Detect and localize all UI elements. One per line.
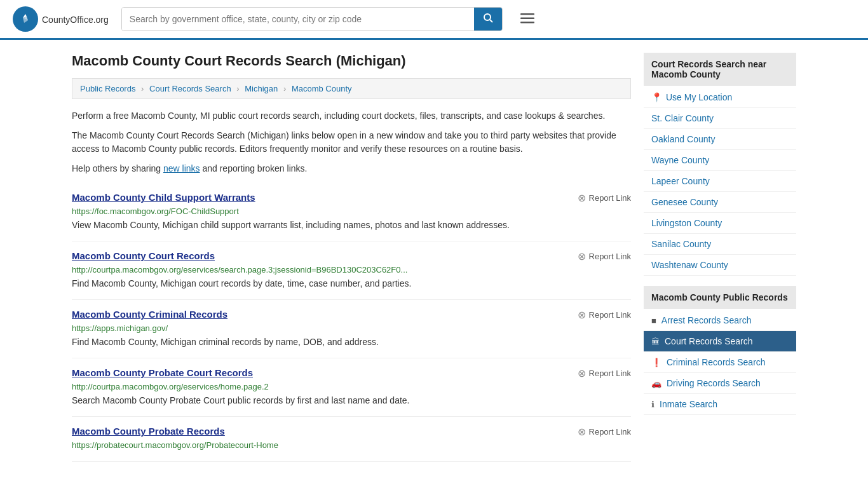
report-link[interactable]: ⊗ Report Link [578, 426, 631, 438]
sidebar: Court Records Search near Macomb County … [644, 53, 796, 462]
report-link[interactable]: ⊗ Report Link [578, 367, 631, 379]
location-icon: 📍 [651, 92, 662, 102]
report-link[interactable]: ⊗ Report Link [578, 309, 631, 321]
sidebar-county-oakland[interactable]: Oakland County [644, 129, 796, 150]
sidebar-county-lapeer[interactable]: Lapeer County [644, 171, 796, 192]
report-icon: ⊗ [578, 192, 586, 204]
page-title: Macomb County Court Records Search (Mich… [72, 53, 631, 69]
sidebar-county-wayne[interactable]: Wayne County [644, 150, 796, 171]
nearby-section: Court Records Search near Macomb County … [644, 53, 796, 276]
sidebar-driving-records[interactable]: 🚗 Driving Records Search [644, 373, 796, 394]
use-my-location[interactable]: 📍 Use My Location [644, 87, 796, 108]
svg-rect-4 [520, 18, 534, 20]
breadcrumb-public-records[interactable]: Public Records [80, 84, 135, 93]
logo[interactable]: CountyOffice.org [13, 6, 109, 32]
desc-p3: Help others by sharing new links and rep… [72, 162, 631, 175]
svg-point-1 [484, 14, 491, 20]
result-title[interactable]: Macomb County Child Support Warrants [72, 192, 255, 203]
sidebar-county-livingston[interactable]: Livingston County [644, 213, 796, 234]
result-title[interactable]: Macomb County Court Records [72, 250, 215, 261]
sidebar-court-records[interactable]: 🏛 Court Records Search [644, 331, 796, 352]
result-url[interactable]: https://probatecourt.macombgov.org/Proba… [72, 440, 631, 450]
result-url[interactable]: http://courtpa.macombgov.org/eservices/s… [72, 265, 631, 274]
driving-icon: 🚗 [651, 379, 661, 388]
nearby-header: Court Records Search near Macomb County [644, 53, 796, 86]
search-button[interactable] [474, 8, 502, 30]
breadcrumb: Public Records › Court Records Search › … [72, 78, 631, 99]
description: Perform a free Macomb County, MI public … [72, 109, 631, 175]
result-item: Macomb County Probate Court Records ⊗ Re… [72, 358, 631, 417]
breadcrumb-macomb[interactable]: Macomb County [292, 84, 352, 93]
result-title[interactable]: Macomb County Probate Court Records [72, 367, 253, 378]
report-link[interactable]: ⊗ Report Link [578, 250, 631, 262]
report-icon: ⊗ [578, 367, 586, 379]
result-item: Macomb County Criminal Records ⊗ Report … [72, 300, 631, 358]
result-desc: View Macomb County, Michigan child suppo… [72, 219, 631, 232]
sidebar-county-st-clair[interactable]: St. Clair County [644, 108, 796, 129]
search-bar [121, 7, 503, 31]
public-records-section: Macomb County Public Records ■ Arrest Re… [644, 286, 796, 415]
report-link[interactable]: ⊗ Report Link [578, 192, 631, 204]
search-input[interactable] [122, 8, 474, 30]
sidebar-inmate-search[interactable]: ℹ Inmate Search [644, 394, 796, 415]
court-icon: 🏛 [651, 337, 660, 346]
breadcrumb-michigan[interactable]: Michigan [245, 84, 278, 93]
result-item: Macomb County Child Support Warrants ⊗ R… [72, 183, 631, 241]
svg-line-2 [490, 20, 492, 22]
result-item: Macomb County Court Records ⊗ Report Lin… [72, 241, 631, 300]
desc-p1: Perform a free Macomb County, MI public … [72, 109, 631, 123]
report-icon: ⊗ [578, 309, 586, 321]
criminal-icon: ❗ [651, 358, 661, 367]
result-url[interactable]: http://courtpa.macombgov.org/eservices/h… [72, 382, 631, 391]
sidebar-arrest-records[interactable]: ■ Arrest Records Search [644, 310, 796, 331]
use-my-location-link[interactable]: Use My Location [666, 92, 732, 102]
svg-rect-5 [520, 22, 534, 24]
result-desc: Search Macomb County Probate Court publi… [72, 394, 631, 407]
public-records-header: Macomb County Public Records [644, 286, 796, 309]
result-url[interactable]: https://foc.macombgov.org/FOC-ChildSuppo… [72, 207, 631, 216]
desc-p2: The Macomb County Court Records Search (… [72, 129, 631, 156]
result-item: Macomb County Probate Records ⊗ Report L… [72, 417, 631, 462]
result-url[interactable]: https://apps.michigan.gov/ [72, 323, 631, 333]
sidebar-county-genesee[interactable]: Genesee County [644, 192, 796, 213]
sidebar-county-washtenaw[interactable]: Washtenaw County [644, 255, 796, 276]
menu-button[interactable] [515, 8, 539, 30]
sidebar-county-sanilac[interactable]: Sanilac County [644, 234, 796, 255]
logo-icon [13, 6, 38, 32]
logo-text: CountyOffice.org [42, 13, 109, 26]
result-title[interactable]: Macomb County Criminal Records [72, 309, 227, 320]
new-links-link[interactable]: new links [163, 163, 200, 173]
inmate-icon: ℹ [651, 400, 654, 409]
arrest-icon: ■ [651, 316, 656, 325]
report-icon: ⊗ [578, 250, 586, 262]
results-list: Macomb County Child Support Warrants ⊗ R… [72, 183, 631, 462]
result-desc: Find Macomb County, Michigan court recor… [72, 277, 631, 290]
svg-rect-3 [520, 13, 534, 15]
result-title[interactable]: Macomb County Probate Records [72, 426, 225, 437]
sidebar-criminal-records[interactable]: ❗ Criminal Records Search [644, 352, 796, 373]
breadcrumb-court-records[interactable]: Court Records Search [149, 84, 231, 93]
result-desc: Find Macomb County, Michigan criminal re… [72, 336, 631, 349]
report-icon: ⊗ [578, 426, 586, 438]
